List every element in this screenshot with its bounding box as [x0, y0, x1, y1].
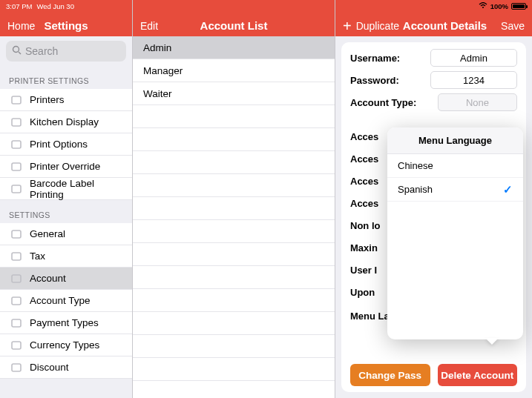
password-field[interactable]: 1234: [430, 71, 517, 89]
language-option-label: Spanish: [398, 184, 433, 195]
sidebar-item-label: Barcode Label Printing: [30, 178, 123, 200]
sidebar-item-discount[interactable]: Discount: [0, 356, 132, 379]
language-option-label: Chinese: [398, 160, 433, 171]
print-options-icon: [9, 139, 24, 150]
username-label: Username:: [350, 53, 424, 64]
svg-rect-5: [12, 141, 21, 148]
popover-arrow: [485, 338, 499, 345]
account-row[interactable]: Admin: [133, 36, 335, 59]
svg-rect-12: [12, 319, 21, 327]
svg-rect-3: [12, 96, 21, 104]
currency-types-icon: [9, 339, 24, 351]
sidebar-item-account-type[interactable]: Account Type: [0, 290, 132, 312]
discount-icon: [9, 362, 24, 374]
search-placeholder: Search: [25, 45, 58, 57]
sidebar-item-label: Payment Types: [30, 317, 99, 328]
tax-icon: [9, 251, 24, 262]
duplicate-button[interactable]: + Duplicate: [343, 20, 399, 32]
sidebar-item-barcode-label[interactable]: Barcode Label Printing: [0, 178, 132, 200]
account-row[interactable]: Waiter: [133, 82, 335, 105]
account-row[interactable]: Manager: [133, 59, 335, 82]
language-option[interactable]: Spanish✓: [387, 178, 523, 202]
sidebar-item-tax[interactable]: Tax: [0, 245, 132, 268]
printers-icon: [9, 94, 24, 106]
sidebar-item-label: Currency Types: [30, 339, 99, 351]
popover-title: Menu Language: [387, 127, 523, 154]
menu-language-popover: Menu Language ChineseSpanish✓: [387, 127, 523, 339]
status-battery-text: 100%: [490, 2, 508, 10]
svg-point-1: [13, 47, 19, 53]
sidebar-item-label: Discount: [30, 362, 69, 373]
section-printer-settings: PRINTER SETTINGS: [0, 66, 132, 89]
svg-rect-8: [12, 230, 21, 238]
svg-rect-4: [12, 119, 21, 126]
status-time: 3:07 PM: [6, 2, 32, 10]
wifi-icon: [479, 2, 487, 10]
sidebar-item-kitchen-display[interactable]: Kitchen Display: [0, 111, 132, 133]
status-bar: 3:07 PM Wed Jun 30 100%: [0, 0, 532, 12]
account-list-column: Edit Account List AdminManagerWaiter: [133, 0, 335, 398]
password-label: Password:: [350, 75, 424, 86]
duplicate-label: Duplicate: [356, 20, 399, 32]
sidebar-item-print-options[interactable]: Print Options: [0, 133, 132, 156]
edit-button[interactable]: Edit: [140, 20, 158, 32]
sidebar-item-label: Account: [30, 273, 66, 284]
svg-line-2: [19, 52, 21, 54]
language-option[interactable]: Chinese: [387, 154, 523, 178]
sidebar-item-printers[interactable]: Printers: [0, 89, 132, 111]
delete-account-button[interactable]: Delete Account: [438, 364, 518, 386]
barcode-label-icon: [9, 183, 24, 195]
sidebar-item-payment-types[interactable]: Payment Types: [0, 312, 132, 334]
svg-rect-14: [12, 364, 21, 371]
sidebar-item-label: Account Type: [30, 295, 91, 306]
check-icon: ✓: [503, 183, 513, 196]
home-button[interactable]: Home: [7, 20, 35, 32]
account-type-icon: [9, 295, 24, 307]
change-pass-button[interactable]: Change Pass: [350, 364, 430, 386]
sidebar-item-label: Tax: [30, 251, 45, 262]
printer-override-icon: [9, 161, 24, 173]
svg-rect-6: [12, 163, 21, 170]
section-settings: SETTINGS: [0, 200, 132, 223]
account-icon: [9, 273, 24, 285]
sidebar-item-label: Printers: [30, 94, 65, 105]
svg-rect-13: [12, 342, 21, 349]
username-field[interactable]: Admin: [430, 49, 517, 67]
search-input[interactable]: Search: [6, 41, 126, 62]
sidebar-item-label: General: [30, 228, 65, 239]
sidebar-item-label: Print Options: [30, 139, 88, 150]
sidebar-item-label: Printer Override: [30, 161, 100, 172]
account-type-field[interactable]: None: [438, 93, 517, 111]
general-icon: [9, 228, 24, 240]
svg-point-0: [482, 7, 484, 8]
svg-rect-9: [12, 253, 21, 260]
svg-rect-7: [12, 185, 21, 193]
search-icon: [12, 45, 22, 57]
account-list-title: Account List: [133, 19, 335, 32]
sidebar: Home Settings Search PRINTER SETTINGS Pr…: [0, 0, 133, 398]
sidebar-item-printer-override[interactable]: Printer Override: [0, 156, 132, 178]
account-type-label: Account Type:: [350, 97, 432, 108]
battery-icon: [511, 3, 526, 10]
sidebar-item-general[interactable]: General: [0, 223, 132, 245]
sidebar-item-label: Kitchen Display: [30, 116, 99, 127]
kitchen-display-icon: [9, 116, 24, 128]
svg-rect-10: [12, 275, 21, 282]
sidebar-item-account[interactable]: Account: [0, 268, 132, 290]
status-date: Wed Jun 30: [36, 2, 74, 10]
save-button[interactable]: Save: [501, 20, 525, 32]
svg-rect-11: [12, 297, 21, 305]
payment-types-icon: [9, 317, 24, 329]
plus-icon: +: [343, 21, 352, 31]
sidebar-item-currency-types[interactable]: Currency Types: [0, 334, 132, 356]
